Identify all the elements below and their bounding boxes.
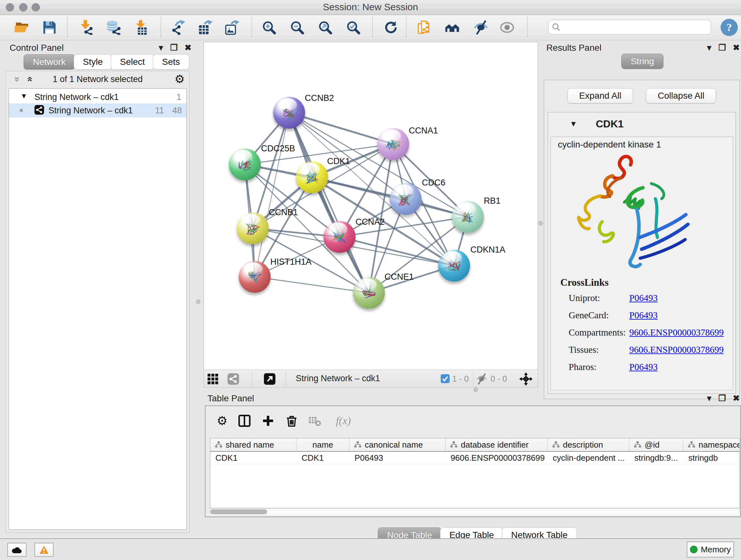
column-header-description[interactable]: description <box>548 438 629 451</box>
protein-thumbnail-icon <box>245 266 265 287</box>
window-zoom-light[interactable] <box>31 3 40 11</box>
zoom-fit-button[interactable] <box>316 18 334 37</box>
hide-selected-button[interactable] <box>472 18 490 37</box>
crosslink-uniprot-link[interactable]: P06493 <box>629 293 658 303</box>
network-node-CCNA1[interactable] <box>377 128 409 160</box>
network-overview-button[interactable] <box>227 373 239 385</box>
first-neighbors-button[interactable] <box>443 18 461 37</box>
window-minimize-light[interactable] <box>19 3 27 11</box>
warnings-button[interactable] <box>35 543 54 557</box>
vertical-splitter-handle[interactable] <box>196 300 200 304</box>
tab-select[interactable]: Select <box>111 54 154 70</box>
memory-button[interactable]: Memory <box>687 542 734 557</box>
memory-status-dot-icon <box>690 546 697 553</box>
crosslink-pharos-link[interactable]: P06493 <box>629 362 658 372</box>
network-collection-row[interactable]: ▼ String Network – cdk1 1 <box>9 91 186 104</box>
save-session-button[interactable] <box>40 18 59 37</box>
crosslink-genecard-link[interactable]: P06493 <box>629 310 658 320</box>
network-node-CCNE1[interactable] <box>353 277 385 309</box>
function-builder-button-disabled[interactable]: f(x) <box>331 413 356 428</box>
network-edges[interactable] <box>204 42 538 370</box>
network-node-CCNB2[interactable] <box>273 97 305 129</box>
network-canvas[interactable]: CCNB2CCNA1CDC25BCDK1CDC6RB1CCNB1CCNA2CDK… <box>204 42 538 370</box>
zoom-in-button[interactable] <box>260 18 278 37</box>
network-node-RB1[interactable] <box>452 201 484 233</box>
crosslink-compartments-link[interactable]: 9606.ENSP00000378699 <box>629 327 724 338</box>
collapse-all-button[interactable]: Collapse All <box>646 88 716 104</box>
table-horizontal-scrollbar[interactable] <box>210 508 740 516</box>
zoom-out-button[interactable] <box>288 18 307 37</box>
apply-layout-button[interactable] <box>382 18 400 37</box>
network-type-icon <box>35 105 44 115</box>
network-node-CDK1[interactable] <box>296 161 328 193</box>
column-header-namespace[interactable]: namespace <box>683 438 739 451</box>
column-header-name[interactable]: name <box>296 438 349 451</box>
panel-float-icon[interactable]: ❐ <box>170 43 178 53</box>
network-node-CCNA2[interactable] <box>324 221 355 253</box>
panel-menu-icon[interactable]: ▾ <box>707 43 711 53</box>
network-node-CDC25B[interactable] <box>229 148 261 180</box>
delete-table-button-disabled[interactable] <box>307 413 322 428</box>
panel-menu-icon[interactable]: ▾ <box>159 43 163 53</box>
vertical-splitter-handle[interactable] <box>538 221 543 226</box>
protein-structure-image <box>567 151 695 275</box>
export-table-button[interactable] <box>196 18 214 37</box>
delete-column-button[interactable] <box>284 413 299 428</box>
table-options-button[interactable]: ⚙ <box>214 413 230 428</box>
search-input[interactable] <box>564 21 705 33</box>
import-table-button[interactable] <box>132 18 151 37</box>
network-options-gear-icon[interactable]: ⚙ <box>175 72 185 86</box>
panel-float-icon[interactable]: ❐ <box>718 43 726 53</box>
panel-close-icon[interactable]: ✖ <box>733 43 740 53</box>
panel-menu-icon[interactable]: ▾ <box>707 393 711 403</box>
network-node-CDKN1A[interactable] <box>438 250 470 282</box>
table-row[interactable]: CDK1 CDK1 P06493 9606.ENSP00000378699 cy… <box>210 452 739 464</box>
duplicate-network-button[interactable] <box>415 18 433 37</box>
show-all-button[interactable] <box>498 18 516 37</box>
duplicate-documents-icon <box>417 20 431 35</box>
import-network-database-button[interactable] <box>104 18 123 37</box>
column-header-shared-name[interactable]: shared name <box>210 438 296 451</box>
network-node-CDC6[interactable] <box>390 183 421 215</box>
import-network-file-button[interactable] <box>77 18 96 37</box>
column-header-canonical-name[interactable]: canonical name <box>349 438 446 451</box>
export-network-button[interactable] <box>169 18 188 37</box>
protein-thumbnail-icon <box>458 206 478 227</box>
open-session-button[interactable] <box>13 18 31 37</box>
scrollbar-thumb[interactable] <box>210 509 267 514</box>
hidden-filter-button[interactable] <box>476 373 487 385</box>
network-node-CCNB1[interactable] <box>237 212 269 244</box>
tree-expand-caret-icon[interactable]: ▼ <box>20 92 27 100</box>
export-image-button[interactable] <box>223 18 241 37</box>
crosslink-tissues-link[interactable]: 9606.ENSP00000378699 <box>629 345 724 355</box>
show-columns-button[interactable] <box>237 413 252 428</box>
birds-eye-view-button[interactable] <box>207 373 219 385</box>
tab-style[interactable]: Style <box>74 54 112 70</box>
panel-close-icon[interactable]: ✖ <box>185 43 192 53</box>
entry-collapse-caret-icon[interactable]: ▼ <box>569 119 577 128</box>
network-search-field[interactable] <box>548 20 711 35</box>
expand-all-button[interactable]: Expand All <box>567 88 633 104</box>
create-column-button[interactable] <box>260 413 276 428</box>
column-header-id[interactable]: @id <box>629 438 683 451</box>
tab-sets[interactable]: Sets <box>153 54 189 70</box>
horizontal-splitter-handle[interactable] <box>474 388 478 392</box>
tab-network[interactable]: Network <box>23 54 75 70</box>
selected-filter-checkbox[interactable] <box>441 374 450 383</box>
zoom-selected-button[interactable] <box>344 18 362 37</box>
help-button[interactable]: ? <box>721 19 738 36</box>
cloud-status-button[interactable] <box>7 543 26 557</box>
tab-string[interactable]: String <box>621 54 663 69</box>
column-header-database-identifier[interactable]: database identifier <box>446 438 548 451</box>
network-row-selected[interactable]: ● String Network – cdk1 11 48 <box>9 104 186 118</box>
open-view-in-window-button[interactable] <box>264 373 275 385</box>
collection-count: 1 <box>177 92 181 102</box>
panel-close-icon[interactable]: ✖ <box>733 393 740 403</box>
entry-header[interactable]: ▼ CDK1 <box>548 112 736 137</box>
panel-float-icon[interactable]: ❐ <box>718 393 726 403</box>
network-node-HIST1H1A[interactable] <box>239 261 271 293</box>
toolbar-separator <box>160 17 161 37</box>
table-panel-window-buttons: ▾❐✖ <box>707 393 740 403</box>
window-close-light[interactable] <box>6 3 14 11</box>
pan-mode-button[interactable] <box>519 372 533 386</box>
